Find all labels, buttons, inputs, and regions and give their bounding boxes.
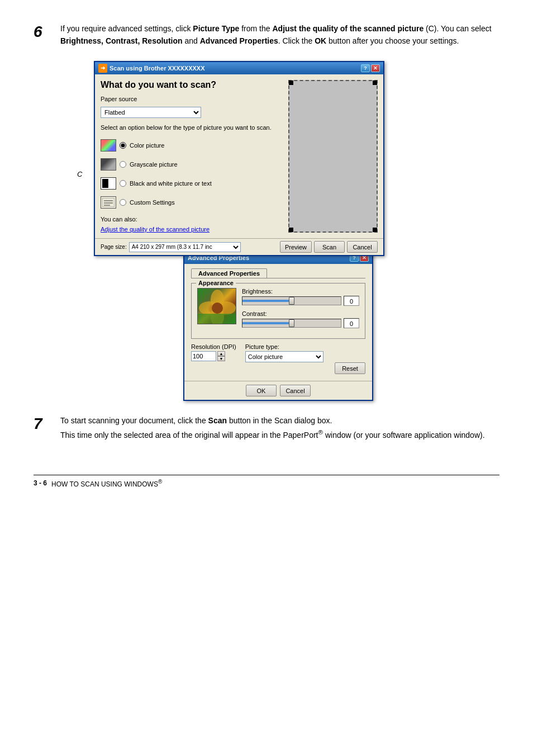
step7-line2-text: This time only the selected area of the … bbox=[60, 430, 318, 439]
color-icon bbox=[101, 139, 116, 152]
screenshot-area: C ➜ Scan using Brother XXXXXXXXX ? ✕ Wha… bbox=[60, 61, 499, 401]
reset-button[interactable]: Reset bbox=[335, 362, 365, 374]
adv-pictype-label: Picture type: bbox=[245, 343, 365, 350]
step7-line2: This time only the selected area of the … bbox=[60, 427, 499, 441]
resolution-input[interactable] bbox=[191, 351, 216, 361]
contrast-value: 0 bbox=[344, 318, 359, 328]
radio-color-input[interactable] bbox=[120, 142, 126, 149]
scan-dialog-title-left: ➜ Scan using Brother XXXXXXXXX bbox=[98, 64, 205, 73]
step7-text: To start scanning your document, click t… bbox=[60, 414, 499, 441]
radio-custom: Custom Settings bbox=[101, 196, 284, 209]
step7-line1: To start scanning your document, click t… bbox=[60, 414, 499, 427]
radio-custom-label: Custom Settings bbox=[130, 199, 175, 206]
registered-mark: ® bbox=[318, 428, 323, 436]
adv-sliders: Brightness: 0 bbox=[242, 288, 359, 333]
scan-dialog-footer-buttons: Preview Scan Cancel bbox=[280, 241, 378, 253]
adv-resolution-label: Resolution (DPI) bbox=[191, 343, 236, 350]
svg-rect-11 bbox=[198, 314, 236, 324]
adv-flower-image bbox=[197, 288, 236, 324]
radio-gray: Grayscale picture bbox=[101, 158, 284, 171]
step6-text-part1: If you require advanced settings, click bbox=[60, 24, 193, 33]
paper-source-select[interactable]: Flatbed bbox=[101, 107, 201, 118]
step6-bold5: OK bbox=[315, 36, 326, 45]
adv-resolution-row: Resolution (DPI) ▲ ▼ Picture type: C bbox=[191, 343, 365, 362]
brightness-input-row: 0 bbox=[242, 296, 359, 306]
adv-dialog-body: Advanced Properties Appearance bbox=[184, 264, 372, 381]
step7-number: 7 bbox=[34, 414, 60, 433]
svg-point-10 bbox=[212, 303, 223, 314]
bw-icon bbox=[101, 177, 116, 190]
step6-bold3: Brightness, Contrast, Resolution bbox=[60, 36, 183, 45]
step6-text-part5: . Click the bbox=[278, 36, 315, 45]
custom-icon bbox=[101, 196, 116, 209]
svg-rect-2 bbox=[102, 198, 115, 207]
adv-ok-button[interactable]: OK bbox=[246, 385, 277, 396]
adv-tab-props[interactable]: Advanced Properties bbox=[191, 268, 267, 278]
spinner-down-btn[interactable]: ▼ bbox=[217, 356, 225, 361]
step6-text-part4: and bbox=[183, 36, 200, 45]
step6-text-part2: from the bbox=[239, 24, 272, 33]
radio-bw-label: Black and white picture or text bbox=[130, 180, 212, 187]
page-size-select[interactable]: A4 210 x 297 mm (8.3 x 11.7 inc bbox=[129, 242, 241, 252]
scan-dialog-icon: ➜ bbox=[98, 64, 107, 73]
scan-dialog-body: What do you want to scan? Paper source F… bbox=[95, 74, 383, 238]
scan-dialog-title: Scan using Brother XXXXXXXXX bbox=[110, 65, 205, 72]
brightness-track[interactable] bbox=[242, 296, 341, 305]
adv-appearance-inner: Brightness: 0 bbox=[197, 288, 359, 333]
radio-bw-input[interactable] bbox=[120, 180, 126, 187]
scan-dialog-heading: What do you want to scan? bbox=[101, 80, 284, 90]
scan-dialog-footer: Page size: A4 210 x 297 mm (8.3 x 11.7 i… bbox=[95, 238, 383, 255]
cancel-button[interactable]: Cancel bbox=[347, 241, 378, 253]
scan-dialog-help-btn[interactable]: ? bbox=[361, 64, 370, 72]
scan-dialog-left: What do you want to scan? Paper source F… bbox=[101, 80, 284, 233]
contrast-track[interactable] bbox=[242, 319, 341, 328]
step6-text-part6: button after you choose your settings. bbox=[326, 36, 459, 45]
adv-resolution-input-row: ▲ ▼ bbox=[191, 351, 236, 361]
preview-corner-tl bbox=[289, 81, 293, 85]
step6-text-part3: (C). You can select bbox=[423, 24, 491, 33]
step6-block: 6 If you require advanced settings, clic… bbox=[34, 22, 499, 48]
page-size-label: Page size: bbox=[101, 244, 127, 250]
footer-text-content: HOW TO SCAN USING WINDOWS bbox=[51, 480, 158, 488]
paper-source-label: Paper source bbox=[101, 96, 284, 102]
brightness-fill bbox=[242, 300, 292, 302]
adjust-quality-link[interactable]: Adjust the quality of the scanned pictur… bbox=[101, 226, 284, 233]
scan-dialog-titlebar-buttons: ? ✕ bbox=[361, 64, 380, 72]
preview-corner-tr bbox=[373, 81, 377, 85]
adv-tab-bar: Advanced Properties bbox=[191, 268, 365, 278]
spinner-up-btn[interactable]: ▲ bbox=[217, 351, 225, 356]
preview-button[interactable]: Preview bbox=[280, 241, 312, 253]
preview-area bbox=[288, 80, 378, 233]
radio-gray-input[interactable] bbox=[120, 161, 126, 168]
step6-text: If you require advanced settings, click … bbox=[60, 22, 499, 48]
radio-gray-label: Grayscale picture bbox=[130, 161, 178, 168]
adv-pictype-select[interactable]: Color picture bbox=[245, 351, 323, 362]
gray-icon bbox=[101, 158, 116, 171]
scan-dialog-window: ➜ Scan using Brother XXXXXXXXX ? ✕ What … bbox=[94, 61, 384, 256]
step6-bold4: Advanced Properties bbox=[200, 36, 278, 45]
contrast-row: Contrast: 0 bbox=[242, 310, 359, 328]
radio-custom-input[interactable] bbox=[120, 199, 126, 206]
radio-color-label: Color picture bbox=[130, 142, 164, 149]
preview-corner-br bbox=[373, 228, 377, 232]
step7-text-part1: To start scanning your document, click t… bbox=[60, 416, 208, 425]
brightness-thumb[interactable] bbox=[289, 297, 294, 305]
c-marker: C bbox=[77, 170, 82, 178]
step6-number: 6 bbox=[34, 22, 60, 41]
step6-bold1: Picture Type bbox=[193, 24, 239, 33]
footer-page-number: 3 - 6 bbox=[34, 479, 47, 487]
adv-appearance-label: Appearance bbox=[196, 280, 236, 286]
brightness-row: Brightness: 0 bbox=[242, 288, 359, 306]
adv-reset-row: Reset bbox=[191, 362, 365, 374]
footer-registered: ® bbox=[158, 479, 162, 485]
scan-dialog-close-btn[interactable]: ✕ bbox=[371, 64, 380, 72]
svg-rect-1 bbox=[108, 179, 115, 188]
brightness-label: Brightness: bbox=[242, 288, 359, 295]
contrast-thumb[interactable] bbox=[289, 319, 294, 327]
svg-rect-0 bbox=[102, 179, 108, 188]
radio-color: Color picture bbox=[101, 139, 284, 152]
contrast-label: Contrast: bbox=[242, 310, 359, 317]
scan-button[interactable]: Scan bbox=[314, 241, 345, 253]
adv-cancel-button[interactable]: Cancel bbox=[280, 385, 311, 396]
scan-description: Select an option below for the type of p… bbox=[101, 124, 284, 132]
